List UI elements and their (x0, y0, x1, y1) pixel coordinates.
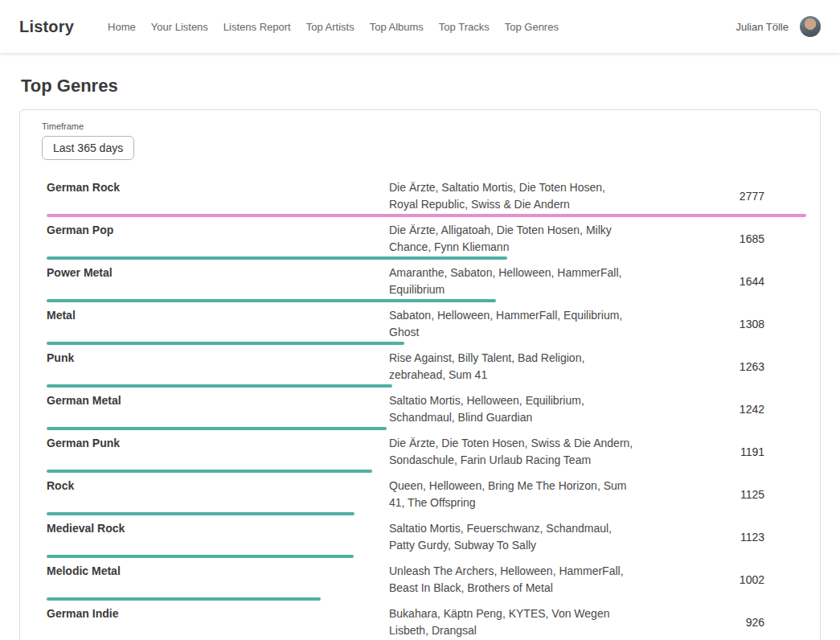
genre-name: German Indie (47, 605, 389, 639)
genre-name: German Punk (47, 435, 389, 469)
user-menu: Julian Tölle (736, 16, 821, 37)
genre-name: Power Metal (47, 265, 389, 298)
genre-name: German Pop (47, 222, 389, 256)
nav-link-top-tracks[interactable]: Top Tracks (439, 21, 490, 33)
top-nav-bar: Listory HomeYour ListensListens ReportTo… (0, 0, 840, 53)
genre-row: Punk Rise Against, Billy Talent, Bad Rel… (47, 345, 806, 388)
nav-link-top-artists[interactable]: Top Artists (306, 21, 354, 33)
genre-artists: Sabaton, Helloween, HammerFall, Equilibr… (389, 307, 634, 341)
genre-count: 1125 (634, 478, 806, 511)
main-nav: HomeYour ListensListens ReportTop Artist… (108, 21, 736, 33)
nav-link-top-genres[interactable]: Top Genres (505, 21, 559, 33)
genre-artists: Unleash The Archers, Helloween, HammerFa… (389, 563, 634, 597)
genre-name: Punk (47, 350, 389, 384)
genre-row: Rock Queen, Helloween, Bring Me The Hori… (47, 473, 806, 515)
genre-count: 1644 (634, 265, 806, 298)
genre-count: 1308 (634, 307, 806, 341)
timeframe-select[interactable]: Last 365 days (42, 136, 134, 160)
genre-count: 926 (634, 605, 806, 639)
timeframe-control: Timeframe Last 365 days (20, 121, 820, 160)
nav-link-listens-report[interactable]: Listens Report (223, 21, 291, 33)
genre-artists: Queen, Helloween, Bring Me The Horizon, … (389, 478, 634, 511)
genre-artists: Die Ärzte, Die Toten Hosen, Swiss & Die … (389, 435, 634, 469)
genre-artists: Die Ärzte, Alligatoah, Die Toten Hosen, … (389, 222, 634, 256)
genre-count: 1123 (634, 520, 806, 554)
genre-artists: Rise Against, Billy Talent, Bad Religion… (389, 350, 634, 384)
genre-count: 1263 (634, 350, 806, 384)
genre-row: Medieval Rock Saltatio Mortis, Feuerschw… (47, 515, 806, 558)
genre-name: Melodic Metal (47, 563, 389, 597)
genre-artists: Saltatio Mortis, Helloween, Equilibrium,… (389, 392, 634, 426)
genre-count: 1242 (634, 392, 806, 426)
genre-name: German Rock (47, 179, 389, 213)
timeframe-label: Timeframe (42, 121, 798, 131)
genre-row: German Punk Die Ärzte, Die Toten Hosen, … (47, 430, 806, 473)
genre-artists: Amaranthe, Sabaton, Helloween, HammerFal… (389, 265, 634, 298)
genre-row: Power Metal Amaranthe, Sabaton, Hellowee… (47, 260, 806, 302)
genre-count: 2777 (634, 179, 806, 213)
genre-row: German Metal Saltatio Mortis, Helloween,… (47, 388, 806, 430)
genre-name: Rock (47, 478, 389, 511)
genre-row: German Pop Die Ärzte, Alligatoah, Die To… (47, 217, 806, 260)
genre-name: Metal (47, 307, 389, 341)
genre-row: Metal Sabaton, Helloween, HammerFall, Eq… (47, 302, 806, 345)
genre-count: 1685 (634, 222, 806, 256)
genre-count: 1191 (634, 435, 806, 469)
nav-link-home[interactable]: Home (108, 21, 136, 33)
genre-name: German Metal (47, 392, 389, 426)
genre-row: German Indie Bukahara, Käptn Peng, KYTES… (47, 601, 806, 640)
app-logo[interactable]: Listory (19, 18, 74, 36)
genre-count: 1002 (634, 563, 806, 597)
genre-artists: Die Ärzte, Saltatio Mortis, Die Toten Ho… (389, 179, 634, 213)
nav-link-your-listens[interactable]: Your Listens (151, 21, 208, 33)
genre-row: Melodic Metal Unleash The Archers, Hello… (47, 558, 806, 601)
user-avatar[interactable] (800, 16, 821, 37)
genre-artists: Bukahara, Käptn Peng, KYTES, Von Wegen L… (389, 605, 634, 639)
page-title: Top Genres (21, 76, 819, 96)
genre-list: German Rock Die Ärzte, Saltatio Mortis, … (20, 174, 820, 640)
nav-link-top-albums[interactable]: Top Albums (370, 21, 424, 33)
genre-artists: Saltatio Mortis, Feuerschwanz, Schandmau… (389, 520, 634, 554)
genre-name: Medieval Rock (47, 520, 389, 554)
genre-row: German Rock Die Ärzte, Saltatio Mortis, … (47, 174, 806, 217)
page-content: Top Genres Timeframe Last 365 days Germa… (0, 53, 840, 640)
top-genres-card: Timeframe Last 365 days German Rock Die … (19, 109, 821, 640)
user-name[interactable]: Julian Tölle (736, 21, 789, 33)
